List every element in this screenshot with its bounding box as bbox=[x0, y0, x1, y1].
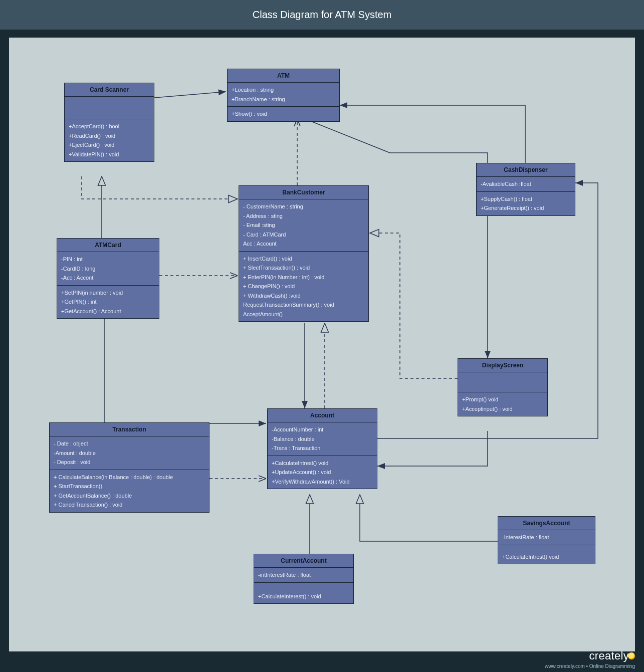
class-savingsaccount[interactable]: SavingsAccount -InterestRate : float +Ca… bbox=[498, 516, 595, 564]
class-operations: +Prompt() void +Acceptinput() : void bbox=[458, 392, 547, 416]
class-name: CashDispenser bbox=[477, 163, 575, 177]
class-operations: +CalculateInterest() : void bbox=[254, 583, 353, 604]
class-operations: + InsertCard() : void + SlectTranssactio… bbox=[239, 252, 368, 322]
class-displayscreen[interactable]: DisplayScreen +Prompt() void +Acceptinpu… bbox=[458, 358, 548, 416]
class-currentaccount[interactable]: CurrentAccount -intInterestRate : float … bbox=[254, 554, 354, 604]
class-operations: +Show() : void bbox=[228, 107, 339, 121]
bulb-icon bbox=[628, 652, 635, 659]
brand-logo: creately bbox=[545, 649, 635, 662]
class-attributes: +Location : string +BranchName : string bbox=[228, 83, 339, 107]
class-operations: +CalculateIntrest() void bbox=[498, 545, 595, 564]
footer-tagline: www.creately.com • Online Diagramming bbox=[545, 663, 635, 669]
class-attributes: -PIN : int -CardID : long -Acc : Accont bbox=[57, 252, 159, 286]
class-atmcard[interactable]: ATMCard -PIN : int -CardID : long -Acc :… bbox=[57, 238, 159, 319]
class-name: DisplayScreen bbox=[458, 359, 547, 372]
class-attributes bbox=[458, 372, 547, 392]
class-attributes: -AccountNumber : int -Balance : double -… bbox=[268, 422, 377, 456]
class-card-scanner[interactable]: Card Scanner +AcceptCard() : bool +ReadC… bbox=[64, 83, 154, 162]
class-attributes: - Date : object -Amount : double - Depos… bbox=[50, 436, 209, 470]
page-title: Class Diagram for ATM System bbox=[0, 0, 644, 30]
class-name: Card Scanner bbox=[65, 83, 154, 97]
class-name: SavingsAccount bbox=[498, 517, 595, 530]
diagram-canvas: Card Scanner +AcceptCard() : bool +ReadC… bbox=[9, 38, 635, 651]
class-operations: + CalculateBalance(in Balance : double) … bbox=[50, 470, 209, 512]
footer: creately www.creately.com • Online Diagr… bbox=[545, 649, 635, 669]
class-cashdispenser[interactable]: CashDispenser -AvaliableCash :float +Sup… bbox=[476, 163, 575, 216]
class-transaction[interactable]: Transaction - Date : object -Amount : do… bbox=[49, 422, 209, 513]
class-name: Transaction bbox=[50, 423, 209, 436]
class-name: BankCustomer bbox=[239, 186, 368, 199]
class-account[interactable]: Account -AccountNumber : int -Balance : … bbox=[267, 408, 377, 489]
class-name: ATM bbox=[228, 69, 339, 83]
class-attributes: -intInterestRate : float bbox=[254, 568, 353, 583]
class-operations: +AcceptCard() : bool +ReadCard() : void … bbox=[65, 119, 154, 161]
class-attributes: -AvaliableCash :float bbox=[477, 177, 575, 192]
class-name: Account bbox=[268, 409, 377, 422]
class-operations: +CalculateIntrest() void +UpdateAccount(… bbox=[268, 456, 377, 489]
class-bankcustomer[interactable]: BankCustomer - CustomerName : string - A… bbox=[239, 185, 369, 322]
class-name: ATMCard bbox=[57, 239, 159, 252]
class-atm[interactable]: ATM +Location : string +BranchName : str… bbox=[227, 69, 340, 122]
svg-line-0 bbox=[154, 92, 226, 98]
class-attributes bbox=[65, 97, 154, 119]
class-attributes: -InterestRate : float bbox=[498, 530, 595, 545]
class-name: CurrentAccount bbox=[254, 554, 353, 568]
class-operations: +SupplyCash() : float +GenerateReceipt()… bbox=[477, 192, 575, 215]
class-attributes: - CustomerName : string - Address : stin… bbox=[239, 199, 368, 252]
class-operations: +SetPIN(in number : void +GetPIN() : int… bbox=[57, 286, 159, 319]
